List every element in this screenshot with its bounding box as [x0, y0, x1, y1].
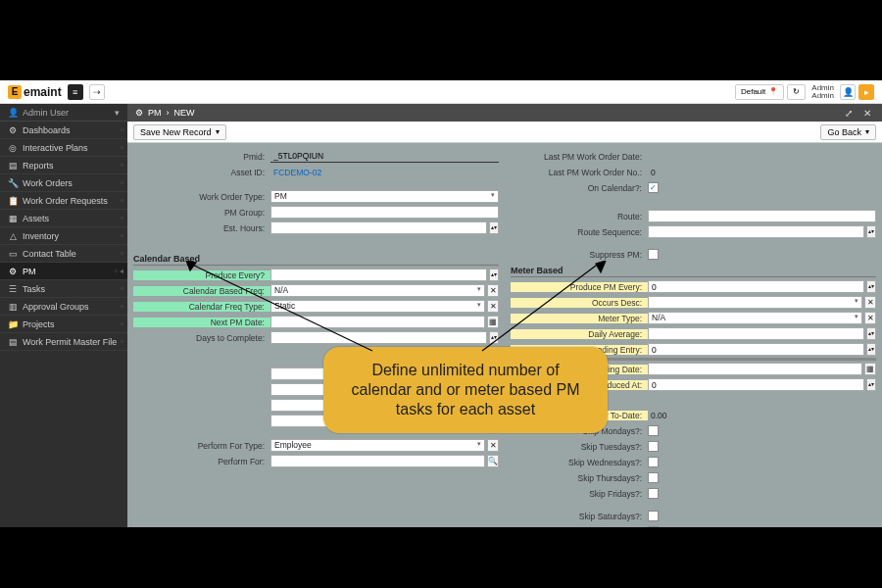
pmid-label: Pmid: — [133, 152, 270, 162]
lmrd-input[interactable] — [648, 363, 862, 375]
sksu-label: Skip Sundays?: — [511, 527, 648, 528]
report-icon: ▤ — [8, 161, 18, 171]
sidebar-item-assets[interactable]: ▦Assets▫ — [0, 210, 127, 227]
search-icon[interactable]: 🔍 — [487, 455, 499, 467]
sidebar-item-pm[interactable]: ⚙PM▫ ◂ — [0, 263, 127, 280]
wotype-label: Work Order Type: — [133, 192, 270, 202]
sks-label: Skip Saturdays?: — [511, 512, 648, 521]
form-area: Pmid: Asset ID:FCDEMO-02 Work Order Type… — [127, 143, 882, 527]
share-icon[interactable]: ⇢ — [89, 84, 105, 100]
pft-select[interactable]: Employee — [270, 439, 485, 452]
sidebar-item-worequests[interactable]: 📋Work Order Requests▫ — [0, 192, 127, 210]
sidebar-item-workorders[interactable]: 🔧Work Orders▫ — [0, 174, 127, 192]
target-icon: ◎ — [8, 143, 18, 153]
topbar: Eemaint ≡ ⇢ Default 📍 ↻ AdminAdmin 👤 ▸ — [0, 80, 882, 104]
skw-label: Skip Wednesdays?: — [511, 458, 648, 467]
gauge-icon: ⚙ — [8, 125, 18, 135]
sidebar-item-approval[interactable]: ▥Approval Groups▫ — [0, 298, 127, 316]
skip-thu-checkbox[interactable] — [648, 472, 659, 483]
clear-icon[interactable]: ✕ — [864, 312, 876, 324]
spinner-icon[interactable]: ▴▾ — [866, 343, 876, 356]
save-button[interactable]: Save New Record — [133, 124, 226, 140]
skip-wed-checkbox[interactable] — [648, 457, 659, 467]
toolbar: Save New Record Go Back — [127, 122, 882, 143]
est-input[interactable] — [270, 221, 487, 234]
da-input[interactable] — [648, 327, 864, 340]
default-button[interactable]: Default 📍 — [735, 84, 784, 100]
sidebar: 👤 Admin User ▾ ⚙Dashboards▫ ◎Interactive… — [0, 104, 127, 527]
skf-label: Skip Fridays?: — [511, 489, 648, 499]
gear-icon: ⚙ — [8, 267, 18, 276]
suppress-checkbox[interactable] — [648, 249, 659, 260]
group-icon: ▥ — [8, 302, 18, 312]
pmgroup-label: PM Group: — [133, 208, 270, 218]
spinner-icon[interactable]: ▴▾ — [866, 280, 876, 293]
spinner-icon[interactable]: ▴▾ — [866, 378, 876, 391]
asset-label: Asset ID: — [133, 168, 270, 177]
sidebar-item-dashboards[interactable]: ⚙Dashboards▫ — [0, 122, 127, 139]
pf-input[interactable] — [270, 455, 485, 467]
expand-icon[interactable]: ⤢ — [842, 106, 856, 120]
arrow-right-icon — [480, 261, 608, 359]
folder-icon: 📁 — [8, 319, 18, 329]
list-icon: ☰ — [8, 284, 18, 294]
svg-line-2 — [482, 263, 600, 351]
notify-icon[interactable]: ▸ — [858, 84, 874, 100]
sidebar-item-reports[interactable]: ▤Reports▫ — [0, 157, 127, 174]
rseq-input[interactable] — [648, 225, 864, 238]
box-icon: △ — [8, 231, 18, 241]
lwd-label: Last PM Work Order Date: — [511, 152, 648, 162]
od-select[interactable] — [648, 296, 862, 309]
spinner-icon[interactable]: ▴▾ — [866, 225, 876, 238]
sidebar-item-plans[interactable]: ◎Interactive Plans▫ — [0, 139, 127, 157]
mt-select[interactable]: N/A — [648, 312, 862, 324]
pmgroup-input[interactable] — [270, 206, 499, 219]
lwn-label: Last PM Work Order No.: — [511, 168, 648, 177]
close-icon[interactable]: ✕ — [860, 106, 874, 120]
sidebar-item-tasks[interactable]: ☰Tasks▫ — [0, 280, 127, 298]
est-label: Est. Hours: — [133, 223, 270, 233]
skt-label: Skip Tuesdays?: — [511, 442, 648, 452]
calendar-icon[interactable]: ▦ — [864, 363, 876, 375]
callout: Define unlimited number of calendar and … — [323, 347, 608, 433]
refresh-button[interactable]: ↻ — [787, 84, 806, 100]
lpao-input[interactable] — [648, 378, 864, 391]
menu-icon[interactable]: ≡ — [68, 84, 83, 100]
clipboard-icon: 📋 — [8, 196, 18, 206]
ppe-input[interactable] — [648, 280, 864, 293]
spinner-icon[interactable]: ▴▾ — [489, 221, 499, 234]
sidebar-item-permit[interactable]: ▤Work Permit Master File▫ — [0, 333, 127, 351]
sidebar-item-contacts[interactable]: ▭Contact Table▫ — [0, 245, 127, 263]
sidebar-item-inventory[interactable]: △Inventory▫ — [0, 227, 127, 245]
wotype-select[interactable]: PM — [270, 190, 499, 203]
pmid-input[interactable] — [270, 150, 499, 163]
pf-label: Perform For: — [133, 457, 270, 466]
lmre-input[interactable] — [648, 343, 864, 356]
sidebar-item-projects[interactable]: 📁Projects▫ — [0, 316, 127, 333]
clear-icon[interactable]: ✕ — [487, 439, 499, 452]
sup-label: Suppress PM: — [511, 250, 648, 260]
lwn-value: 0 — [648, 168, 656, 177]
breadcrumb: ⚙ PM › NEW ⤢ ✕ — [127, 104, 882, 122]
skip-sun-checkbox[interactable] — [648, 526, 659, 527]
oncal-label: On Calendar?: — [511, 183, 648, 193]
svg-marker-3 — [596, 261, 606, 272]
sidebar-user[interactable]: 👤 Admin User ▾ — [0, 104, 127, 122]
skip-mon-checkbox[interactable] — [648, 425, 659, 436]
oncal-checkbox[interactable] — [648, 182, 659, 193]
asset-link[interactable]: FCDEMO-02 — [270, 168, 321, 177]
user-icon[interactable]: 👤 — [840, 84, 856, 100]
back-button[interactable]: Go Back — [820, 124, 876, 140]
spinner-icon[interactable]: ▴▾ — [866, 327, 876, 340]
crumb-page: NEW — [174, 108, 195, 118]
wrench-icon: 🔧 — [8, 178, 18, 188]
route-label: Route: — [511, 212, 648, 221]
skip-fri-checkbox[interactable] — [648, 488, 659, 499]
route-input[interactable] — [648, 210, 876, 222]
crumb-module: PM — [148, 108, 162, 118]
arrow-left-icon — [186, 261, 382, 359]
admin-label: AdminAdmin — [808, 84, 837, 100]
skip-sat-checkbox[interactable] — [648, 511, 659, 521]
skip-tue-checkbox[interactable] — [648, 441, 659, 452]
clear-icon[interactable]: ✕ — [864, 296, 876, 309]
